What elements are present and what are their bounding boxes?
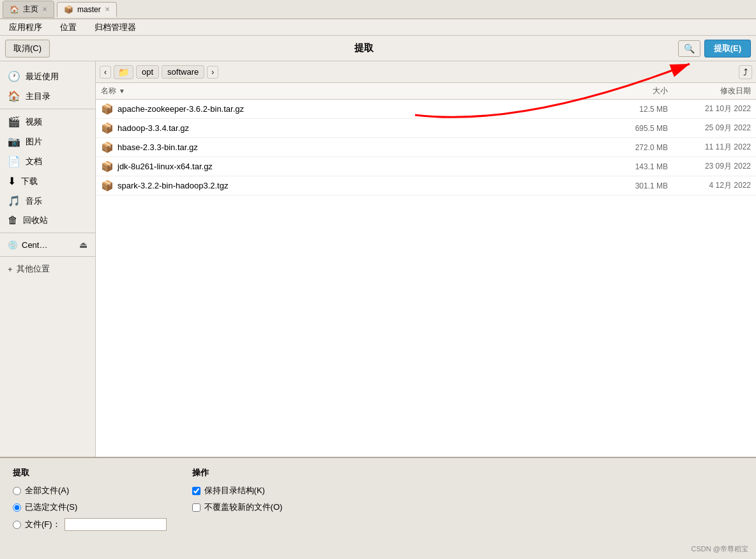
radio-selected-label: 已选定文件(S) (25, 502, 77, 513)
menu-location[interactable]: 位置 (56, 20, 80, 34)
main-container: 🕐 最近使用 🏠 主目录 🎬 视频 📷 图片 📄 文档 ⬇ 下载 🎵 音乐 (0, 61, 756, 457)
sidebar-item-pictures-label: 图片 (26, 136, 42, 148)
toolbar-title: 提取 (50, 42, 678, 54)
sidebar-item-documents-label: 文档 (26, 156, 42, 167)
watermark: CSDN @帝尊稻宝 (692, 544, 748, 554)
checkbox-keep-dir-input[interactable] (192, 487, 200, 495)
pictures-icon: 📷 (8, 135, 20, 148)
downloads-icon: ⬇ (8, 175, 16, 187)
file-size: 695.5 MB (604, 124, 668, 133)
sidebar-item-music[interactable]: 🎵 音乐 (0, 191, 95, 211)
path-segment-software[interactable]: software (162, 65, 204, 79)
sidebar-item-recent[interactable]: 🕐 最近使用 (0, 66, 95, 86)
file-list-header: 名称 ▼ 大小 修改日期 (96, 83, 756, 100)
menu-bar: 应用程序 位置 归档管理器 (0, 19, 756, 36)
sidebar-other-label: 其他位置 (17, 263, 50, 275)
sidebar-item-documents[interactable]: 📄 文档 (0, 151, 95, 171)
search-button[interactable]: 🔍 (678, 40, 700, 57)
tab-master-label: master (77, 5, 101, 14)
sidebar-item-downloads[interactable]: ⬇ 下载 (0, 171, 95, 191)
sidebar-item-trash-label: 回收站 (23, 215, 48, 226)
table-row[interactable]: 📦 spark-3.2.2-bin-hadoop3.2.tgz 301.1 MB… (96, 176, 756, 195)
main-toolbar: 取消(C) 提取 🔍 提取(E) (0, 36, 756, 61)
sidebar-item-cent[interactable]: 💿 Cent… ⏏ (0, 236, 95, 254)
table-row[interactable]: 📦 hbase-2.3.3-bin.tar.gz 272.0 MB 11 11月… (96, 138, 756, 157)
sidebar-divider-1 (0, 109, 95, 109)
documents-icon: 📄 (8, 155, 20, 167)
radio-selected-input[interactable] (13, 503, 21, 512)
file-list: 📦 apache-zookeeper-3.6.2-bin.tar.gz 12.5… (96, 100, 756, 457)
sidebar-item-video-label: 视频 (26, 116, 42, 128)
path-segment-opt[interactable]: opt (136, 65, 159, 79)
checkbox-group: 保持目录结构(K) 不覆盖较新的文件(O) (192, 485, 283, 513)
tab-home-label: 主页 (23, 4, 38, 15)
bottom-panel: 提取 全部文件(A) 已选定文件(S) 文件(F)： 操作 (0, 457, 756, 559)
table-row[interactable]: 📦 apache-zookeeper-3.6.2-bin.tar.gz 12.5… (96, 100, 756, 119)
menu-archive[interactable]: 归档管理器 (91, 20, 140, 34)
sidebar: 🕐 最近使用 🏠 主目录 🎬 视频 📷 图片 📄 文档 ⬇ 下载 🎵 音乐 (0, 61, 96, 457)
file-name: jdk-8u261-linux-x64.tar.gz (117, 162, 604, 171)
table-row[interactable]: 📦 hadoop-3.3.4.tar.gz 695.5 MB 25 09月 20… (96, 119, 756, 138)
menu-apps[interactable]: 应用程序 (5, 20, 46, 34)
new-folder-button[interactable]: ⤴ (739, 65, 752, 79)
ops-section-title: 操作 (192, 467, 283, 479)
file-icon: 📦 (101, 160, 114, 172)
file-name: hbase-2.3.3-bin.tar.gz (117, 142, 604, 152)
music-icon: 🎵 (8, 195, 20, 207)
radio-all-input[interactable] (13, 487, 21, 495)
file-date: 4 12月 2022 (668, 180, 751, 191)
checkbox-keep-dir[interactable]: 保持目录结构(K) (192, 485, 283, 496)
checkbox-no-overwrite[interactable]: 不覆盖较新的文件(O) (192, 502, 283, 513)
sidebar-item-pictures[interactable]: 📷 图片 (0, 132, 95, 151)
extract-section-title: 提取 (13, 467, 167, 479)
eject-icon[interactable]: ⏏ (79, 240, 87, 250)
path-back-button[interactable]: ‹ (100, 66, 111, 79)
other-plus-icon: + (8, 264, 13, 274)
radio-file-input[interactable] (13, 521, 21, 529)
checkbox-no-overwrite-input[interactable] (192, 503, 200, 512)
cancel-button[interactable]: 取消(C) (5, 40, 50, 57)
sidebar-item-home[interactable]: 🏠 主目录 (0, 86, 95, 106)
column-date[interactable]: 修改日期 (668, 86, 751, 96)
master-tab-icon: 📦 (64, 5, 73, 14)
extract-section: 提取 全部文件(A) 已选定文件(S) 文件(F)： (13, 467, 167, 550)
sidebar-cent-label: Cent… (22, 240, 47, 250)
tab-master[interactable]: 📦 master ✕ (57, 2, 117, 17)
trash-icon: 🗑 (8, 215, 18, 226)
path-forward-button[interactable]: › (207, 66, 218, 79)
file-icon: 📦 (101, 180, 114, 192)
home-icon: 🏠 (8, 90, 20, 102)
column-name[interactable]: 名称 ▼ (101, 86, 604, 96)
path-bar: ‹ 📁 opt software › ⤴ (96, 61, 756, 83)
sidebar-divider-3 (0, 256, 95, 257)
checkbox-no-overwrite-label: 不覆盖较新的文件(O) (204, 502, 283, 513)
sidebar-item-other[interactable]: + 其他位置 (0, 259, 95, 279)
file-date: 25 09月 2022 (668, 123, 751, 134)
video-icon: 🎬 (8, 116, 20, 128)
tab-home-close[interactable]: ✕ (42, 6, 47, 13)
home-tab-icon: 🏠 (10, 5, 19, 14)
extract-button[interactable]: 提取(E) (704, 40, 751, 57)
sidebar-item-home-label: 主目录 (26, 91, 50, 102)
sidebar-item-trash[interactable]: 🗑 回收站 (0, 211, 95, 230)
sidebar-item-video[interactable]: 🎬 视频 (0, 112, 95, 132)
file-size: 301.1 MB (604, 181, 668, 190)
file-size: 143.1 MB (604, 162, 668, 171)
tab-master-close[interactable]: ✕ (105, 6, 110, 13)
radio-selected[interactable]: 已选定文件(S) (13, 502, 167, 513)
radio-all[interactable]: 全部文件(A) (13, 485, 167, 496)
file-text-input[interactable] (64, 518, 167, 531)
radio-group: 全部文件(A) 已选定文件(S) 文件(F)： (13, 485, 167, 531)
tab-home[interactable]: 🏠 主页 ✕ (3, 1, 54, 18)
path-folder-icon: 📁 (114, 65, 133, 79)
table-row[interactable]: 📦 jdk-8u261-linux-x64.tar.gz 143.1 MB 23… (96, 157, 756, 176)
ops-section: 操作 保持目录结构(K) 不覆盖较新的文件(O) (192, 467, 283, 550)
column-size[interactable]: 大小 (604, 86, 668, 96)
radio-all-label: 全部文件(A) (25, 485, 69, 496)
file-icon: 📦 (101, 103, 114, 115)
cent-drive-icon: 💿 (8, 240, 18, 250)
file-size: 272.0 MB (604, 143, 668, 152)
file-date: 11 11月 2022 (668, 142, 751, 153)
radio-file-label-wrap[interactable]: 文件(F)： (13, 519, 61, 530)
sidebar-item-recent-label: 最近使用 (26, 71, 59, 82)
